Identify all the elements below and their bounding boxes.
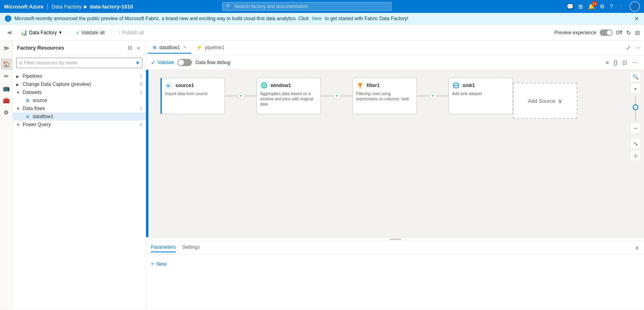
user-avatar[interactable]	[629, 1, 640, 12]
breadcrumb-instance[interactable]: data-factory-1010	[90, 4, 133, 10]
sidebar-icon-manage[interactable]: ⚙	[1, 107, 12, 118]
zoom-slider[interactable]	[630, 96, 641, 121]
tab-pipeline1-label: pipeline1	[205, 45, 224, 50]
info-link[interactable]: here	[312, 16, 322, 21]
help-icon[interactable]: ?	[610, 3, 613, 10]
df-datapreview-icon[interactable]: ⊡	[621, 58, 629, 67]
resources-search-input[interactable]	[24, 60, 134, 66]
tree-label-source: source	[33, 98, 142, 103]
nav-separator: |	[47, 3, 48, 10]
dataflow-tab-icon: ≋	[152, 44, 157, 50]
expand-pq-icon: ▼	[16, 123, 21, 127]
canvas-and-bottom: ≋ source1 Import data from source	[146, 70, 644, 310]
data-factory-nav[interactable]: 📊 Data Factory ▼	[17, 28, 66, 37]
tree-label-dataflow1: dataflow1	[33, 114, 142, 119]
tree-item-cdc[interactable]: ▶ Change Data Capture (preview) 0	[13, 80, 146, 88]
bottom-panel-collapse[interactable]: ∧	[635, 245, 639, 251]
validate-all-button[interactable]: ✓ Validate all	[73, 28, 108, 37]
search-bar[interactable]: 🔍	[222, 2, 392, 11]
source1-title: source1	[175, 83, 194, 88]
window1-desc: Aggregates data based on a window and jo…	[260, 91, 317, 107]
connector-3: +	[417, 92, 448, 100]
sidebar-icon-toolbox[interactable]: 🧰	[1, 95, 12, 106]
sidebar-icon-monitor[interactable]: 📺	[1, 83, 12, 94]
zoom-in-button[interactable]: +	[630, 83, 641, 94]
df-script-icon[interactable]: ≡	[604, 58, 610, 67]
portal-icon[interactable]: ⊞	[578, 3, 583, 10]
top-navigation: Microsoft Azure | Data Factory ▶ data-fa…	[0, 0, 644, 13]
account-icon[interactable]: 👤	[618, 3, 625, 10]
add-between-filter-sink[interactable]: +	[429, 92, 436, 100]
sidebar-icon-home[interactable]: 🏠	[1, 58, 12, 70]
tree-item-dataflow1[interactable]: ≋ dataflow1	[13, 112, 146, 121]
new-parameter-button[interactable]: + New	[151, 259, 167, 268]
publish-all-button[interactable]: ↑ Publish all	[115, 28, 147, 37]
collapse-panel-button[interactable]: ≪	[4, 28, 16, 37]
sidebar-icon-pencil[interactable]: ✏	[1, 71, 12, 82]
add-between-window-filter[interactable]: +	[333, 92, 340, 100]
minimize-icon[interactable]: «	[135, 44, 142, 52]
df-debug-toggle[interactable]	[177, 59, 192, 66]
add-resource-button[interactable]: +	[136, 59, 140, 67]
preview-exp-label: Preview experience	[554, 30, 596, 35]
cdc-count: 0	[140, 82, 142, 87]
resources-search-box[interactable]: ⊟ +	[16, 58, 142, 68]
preview-toggle[interactable]	[600, 29, 613, 36]
checkmark-df-icon: ✓	[151, 59, 156, 66]
new-label: New	[156, 261, 167, 267]
df-validate-button[interactable]: ✓ Validate	[151, 59, 174, 66]
notifications-icon[interactable]: 🔔 11	[588, 3, 595, 10]
tree-item-source[interactable]: ⊞ source	[13, 96, 146, 104]
resources-title: Factory Resources	[17, 45, 125, 51]
tree-label-cdc: Change Data Capture (preview)	[23, 81, 138, 87]
settings-icon[interactable]: ⚙	[600, 3, 605, 10]
search-canvas-button[interactable]: 🔍	[630, 71, 641, 82]
tab-pipeline1[interactable]: ⚡ pipeline1	[191, 42, 229, 54]
tab-bar-actions: ⤢ ⋯	[625, 43, 642, 52]
toolbar-separator2	[111, 29, 111, 37]
refresh-icon[interactable]: ↻	[626, 29, 631, 36]
svg-point-4	[263, 85, 265, 86]
flow-node-sink1[interactable]: sink1 Add sink dataset	[448, 78, 513, 114]
flow-node-filter1[interactable]: filter1 Filtering rows using expressions…	[352, 78, 417, 114]
df-toggle-knob	[178, 60, 184, 65]
tree-item-dataflows[interactable]: ▼ Data flows 1	[13, 104, 146, 112]
sidebar-icon-chevrons[interactable]: ≫	[1, 42, 12, 54]
add-between-source-window[interactable]: +	[237, 92, 244, 100]
add-source-box[interactable]: Add Source ∨	[513, 83, 577, 119]
more-options-button[interactable]: ⋯	[634, 43, 642, 52]
tree-item-datasets[interactable]: ▼ Datasets 1	[13, 88, 146, 96]
expand-pipelines-icon: ▶	[16, 74, 21, 79]
feedback-icon[interactable]: 💬	[567, 3, 573, 10]
upload-icon: ↑	[118, 30, 120, 35]
df-more-icon[interactable]: ⋯	[630, 58, 639, 67]
bottom-tab-parameters[interactable]: Parameters	[151, 243, 176, 252]
bottom-tab-settings[interactable]: Settings	[182, 243, 200, 252]
line-3b	[436, 96, 448, 96]
add-source-row: Add Source ∨	[513, 83, 577, 119]
panel-resize-handle[interactable]	[146, 238, 644, 241]
notification-badge: 11	[592, 1, 597, 6]
content-area: ≋ dataflow1 ✕ ⚡ pipeline1 ⤢ ⋯ ✓ Validate	[146, 41, 644, 310]
zoom-out-button[interactable]: −	[630, 123, 641, 133]
zoom-knob	[633, 104, 638, 110]
banner-close-icon[interactable]: ✕	[634, 15, 639, 22]
flow-node-window1[interactable]: window1 Aggregates data based on a windo…	[256, 78, 321, 114]
tab-dataflow1-close[interactable]: ✕	[183, 45, 186, 50]
main-toolbar: ≪ 📊 Data Factory ▼ ✓ Validate all ↑ Publ…	[0, 25, 644, 41]
fit-screen-button[interactable]: ⤡	[630, 138, 641, 149]
df-code-icon[interactable]: {}	[612, 58, 619, 67]
flow-node-source1[interactable]: ≋ source1 Import data from source	[160, 78, 225, 114]
svg-text:≋: ≋	[166, 83, 170, 89]
breadcrumb: Data Factory ▶ data-factory-1010	[52, 4, 133, 10]
tree-item-pipelines[interactable]: ▶ Pipelines 1	[13, 72, 146, 80]
select-all-button[interactable]: ⊹	[630, 150, 641, 161]
layout-icon[interactable]: ⊟	[635, 29, 640, 36]
tab-dataflow1[interactable]: ≋ dataflow1 ✕	[148, 42, 191, 54]
expand-canvas-button[interactable]: ⤢	[625, 43, 632, 52]
canvas-scroll[interactable]: ≋ source1 Import data from source	[148, 70, 644, 237]
breadcrumb-factory[interactable]: Data Factory	[52, 4, 81, 10]
search-input[interactable]	[234, 4, 388, 9]
tree-item-powerquery[interactable]: ▼ Power Query 0	[13, 121, 146, 129]
collapse-icon[interactable]: ⊟	[126, 44, 134, 52]
